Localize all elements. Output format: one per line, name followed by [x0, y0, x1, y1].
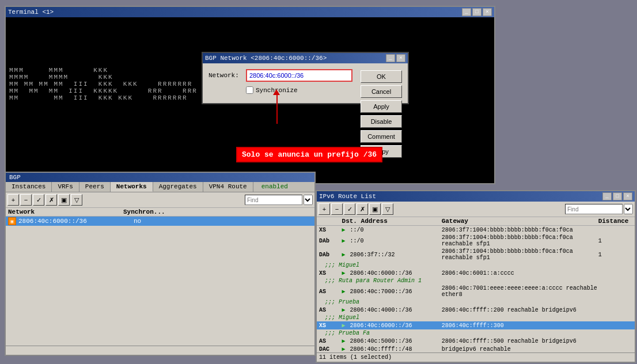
ipv6-find-dropdown[interactable]: ▼ [624, 204, 633, 214]
row-type: AS [319, 307, 342, 313]
ipv6-row-1[interactable]: XS ▶ ::/0 2806:3f7:1004:bbbb:bbbb:bbbb:f… [317, 226, 635, 234]
row-gw: bridgeipv6 reachable [442, 346, 598, 352]
ipv6-settings-button[interactable]: ▣ [369, 203, 381, 215]
ipv6-close-btn[interactable]: × [623, 192, 632, 200]
x-button[interactable]: ✗ [46, 194, 57, 206]
filter-button[interactable]: ▽ [71, 194, 82, 206]
ipv6-title: IPv6 Route List [319, 193, 376, 200]
network-label: Network: [208, 72, 246, 79]
row-dst: ▶ ::/0 [342, 226, 442, 233]
comment-text: ;;; Ruta para Router Admin 1 [325, 278, 422, 284]
row-dist: 1 [598, 238, 632, 244]
remove-button[interactable]: − [20, 194, 32, 206]
terminal-maximize-btn[interactable]: □ [472, 8, 481, 16]
ipv6-comment-miguel-1: ;;; Miguel [317, 261, 635, 269]
ipv6-row-13[interactable]: AS ▶ 2806:40c:5000::/36 2806:40c:ffff::5… [317, 337, 635, 345]
ipv6-row-7[interactable]: AS ▶ 2806:40c:7000::/36 2806:40c:7001:ee… [317, 285, 635, 298]
bgp-dialog-close-btn[interactable]: × [396, 54, 405, 62]
row-type: XS [319, 270, 342, 276]
bgp-table-header: Network Synchron... [6, 208, 314, 217]
find-dropdown[interactable]: ▼ [304, 195, 313, 205]
ipv6-minimize-btn[interactable]: _ [602, 192, 612, 200]
bgp-find-input[interactable] [245, 195, 302, 205]
row-dst: ▶ 2806:40c:ffff::/48 [342, 346, 442, 352]
row-gw: 2806:40c:ffff::500 reachable bridgeipv6 [442, 338, 598, 344]
tab-instances[interactable]: Instances [6, 182, 52, 192]
bgp-panel-tabs: Instances VRFs Peers Networks Aggregates… [6, 182, 314, 192]
synchronize-checkbox[interactable] [246, 86, 253, 94]
settings-button[interactable]: ▣ [58, 194, 70, 206]
bgp-row-synchro: no [134, 218, 191, 225]
bgp-panel-title: BGP [9, 174, 21, 181]
ipv6-add-button[interactable]: + [318, 203, 330, 215]
bgp-panel: BGP Instances VRFs Peers Networks Aggreg… [5, 172, 316, 356]
row-type: DAb [319, 238, 342, 244]
ipv6-row-5[interactable]: XS ▶ 2806:40c:6000::/36 2806:40c:6001::a… [317, 269, 635, 277]
tab-peers[interactable]: Peers [79, 182, 111, 192]
row-gw: 2806:40c:ffff::300 [442, 323, 598, 329]
col-synchro-header: Synchron... [123, 208, 181, 215]
row-type: XS [319, 323, 342, 329]
tab-vrfs[interactable]: VRFs [52, 182, 79, 192]
terminal-minimize-btn[interactable]: _ [462, 8, 471, 16]
row-type: AS [319, 289, 342, 295]
tab-aggregates[interactable]: Aggregates [153, 182, 203, 192]
row-dst: ▶ ::/0 [342, 237, 442, 244]
ipv6-row-3[interactable]: DAb ▶ 2806:3f7::/32 2806:3f7:1004:bbbb:b… [317, 248, 635, 261]
bgp-dialog-minimize-btn[interactable]: _ [386, 54, 395, 62]
ipv6-comment-miguel-2: ;;; Miguel [317, 314, 635, 321]
ipv6-check-button[interactable]: ✓ [344, 203, 355, 215]
row-gw: 2806:3f7:1004:bbbb:bbbb:bbbb:f0ca:f0ca r… [442, 248, 598, 261]
row-type: DAC [319, 346, 342, 352]
ipv6-row-14[interactable]: DAC ▶ 2806:40c:ffff::/48 bridgeipv6 reac… [317, 345, 635, 353]
tab-vpn4-route[interactable]: VPN4 Route [203, 182, 253, 192]
terminal-title: Terminal <1> [8, 9, 54, 16]
ipv6-row-11[interactable]: XS ▶ 2806:40c:6000::/36 2806:40c:ffff::3… [317, 321, 635, 329]
row-dst: ▶ 2806:3f7::/32 [342, 251, 442, 258]
bgp-table-row[interactable]: ▣ 2806:40c:6000::/36 no [6, 217, 314, 226]
arrow-head [273, 89, 280, 95]
terminal-close-btn[interactable]: × [483, 8, 492, 16]
row-dst: ▶ 2806:40c:7000::/36 [342, 288, 442, 295]
terminal-titlebar: Terminal <1> _ □ × [6, 7, 494, 17]
ipv6-maximize-btn[interactable]: □ [613, 192, 622, 200]
row-dst: ▶ 2806:40c:4000::/36 [342, 306, 442, 313]
ipv6-row-9[interactable]: AS ▶ 2806:40c:4000::/36 2806:40c:ffff::2… [317, 306, 635, 314]
network-input[interactable] [246, 69, 352, 82]
ipv6-comment-prueba: ;;; Prueba [317, 298, 635, 306]
comment-text: ;;; Miguel [325, 314, 359, 321]
ok-button[interactable]: OK [361, 70, 402, 83]
bgp-panel-titlebar: BGP [6, 173, 314, 182]
row-dst: ▶ 2806:40c:5000::/36 [342, 338, 442, 344]
row-type: XS [319, 227, 342, 233]
col-type-header [319, 218, 342, 225]
comment-text: ;;; Miguel [325, 262, 359, 268]
col-gw-header: Gateway [442, 218, 598, 225]
row-gw: 2806:40c:ffff::200 reachable bridgeipv6 [442, 307, 598, 313]
ipv6-remove-button[interactable]: − [331, 203, 343, 215]
comment-text: ;;; Prueba Fa [325, 330, 370, 336]
bgp-status-bar [6, 346, 314, 355]
tab-networks[interactable]: Networks [111, 182, 153, 192]
ipv6-row-2[interactable]: DAb ▶ ::/0 2806:3f7:1004:bbbb:bbbb:bbbb:… [317, 234, 635, 248]
row-dst: ▶ 2806:40c:6000::/36 [342, 322, 442, 329]
ipv6-comment-prueba-fa: ;;; Prueba Fa [317, 329, 635, 337]
bgp-toolbar: + − ✓ ✗ ▣ ▽ ▼ [6, 192, 314, 208]
bgp-table-body: ▣ 2806:40c:6000::/36 no [6, 217, 314, 335]
ipv6-toolbar: + − ✓ ✗ ▣ ▽ ▼ [317, 202, 635, 217]
arrow-line [276, 95, 278, 124]
ipv6-find-input[interactable] [565, 204, 623, 214]
annotation: Solo se anuncia un prefijo /36 [271, 89, 382, 162]
row-gw: 2806:3f7:1004:bbbb:bbbb:bbbb:f0ca:f0ca [442, 227, 598, 233]
row-type: AS [319, 338, 342, 344]
bgp-dialog-titlebar: BGP Network <2806:40c:6000::/36> _ × [203, 53, 408, 63]
check-button[interactable]: ✓ [33, 194, 44, 206]
ipv6-table-body: XS ▶ ::/0 2806:3f7:1004:bbbb:bbbb:bbbb:f… [317, 226, 635, 356]
add-button[interactable]: + [7, 194, 19, 206]
ipv6-filter-button[interactable]: ▽ [382, 203, 393, 215]
terminal-controls: _ □ × [462, 8, 492, 16]
comment-text: ;;; Prueba [325, 299, 359, 305]
ipv6-x-button[interactable]: ✗ [357, 203, 368, 215]
ipv6-titlebar: IPv6 Route List _ □ × [317, 191, 635, 202]
col-dst-header: Dst. Address [342, 218, 442, 225]
